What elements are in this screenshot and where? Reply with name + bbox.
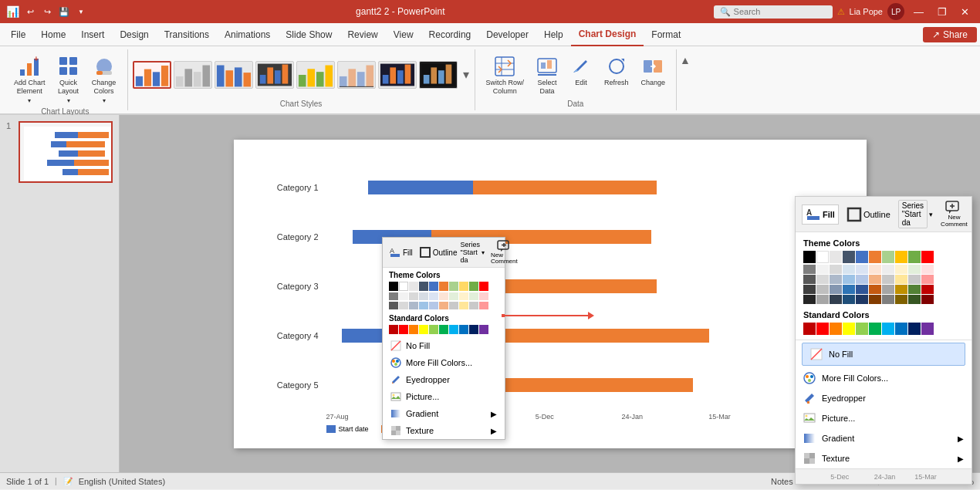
undo-button[interactable]: ↩: [24, 5, 36, 18]
tc-2[interactable]: [843, 251, 855, 263]
tab-help[interactable]: Help: [536, 23, 571, 46]
tab-recording[interactable]: Recording: [421, 23, 479, 46]
new-comment-panel-button[interactable]: NewComment: [941, 201, 968, 228]
tab-animations[interactable]: Animations: [217, 23, 278, 46]
tab-insert[interactable]: Insert: [73, 23, 112, 46]
restore-button[interactable]: ❐: [933, 5, 951, 19]
tc-black[interactable]: [803, 251, 816, 263]
switch-row-col-button[interactable]: Switch Row/Column: [482, 52, 529, 99]
svg-rect-44: [431, 67, 437, 83]
search-box[interactable]: 🔍: [714, 5, 833, 19]
tc-7[interactable]: [908, 251, 921, 263]
chart-style-6[interactable]: [337, 61, 376, 89]
mini-outline-tab[interactable]: Outline: [419, 246, 458, 259]
add-chart-element-button[interactable]: + Add ChartElement ▾: [9, 52, 50, 107]
ribbon-scroll-up[interactable]: ▲: [677, 52, 694, 68]
ribbon-scroll[interactable]: ▲: [677, 49, 694, 110]
mini-texture[interactable]: Texture ▶: [383, 422, 505, 439]
sc-2[interactable]: [816, 323, 829, 335]
svg-rect-0: [20, 69, 25, 76]
gradient-option[interactable]: Gradient ▶: [796, 428, 972, 448]
chart-style-7[interactable]: [378, 61, 417, 89]
mini-picture[interactable]: Picture...: [383, 388, 505, 405]
slide-canvas[interactable]: Category 1 Category 2: [234, 140, 867, 448]
tc-4[interactable]: [869, 251, 881, 263]
mini-color-white[interactable]: [399, 282, 408, 291]
customize-qat[interactable]: ▼: [75, 5, 87, 18]
chart-styles-scroll-down[interactable]: ▾: [460, 67, 470, 82]
mini-eyedropper[interactable]: Eyedropper: [383, 371, 505, 388]
fill-tab-active[interactable]: A Fill: [802, 204, 839, 225]
sc-7[interactable]: [882, 323, 894, 335]
share-button[interactable]: ↗ Share: [923, 27, 977, 42]
sc-6[interactable]: [869, 323, 881, 335]
chart-style-4[interactable]: [255, 61, 294, 89]
mini-color-black[interactable]: [389, 282, 398, 291]
tab-format[interactable]: Format: [644, 23, 688, 46]
mini-more-fill-colors[interactable]: More Fill Colors...: [383, 354, 505, 371]
edit-button[interactable]: Edit: [566, 52, 596, 90]
tc-8[interactable]: [921, 251, 934, 263]
tab-view[interactable]: View: [386, 23, 421, 46]
mini-gradient[interactable]: Gradient ▶: [383, 405, 505, 422]
tab-design[interactable]: Design: [112, 23, 156, 46]
save-button[interactable]: 💾: [58, 5, 70, 18]
redo-button[interactable]: ↪: [41, 5, 53, 18]
eyedropper-option[interactable]: Eyedropper: [796, 388, 972, 408]
more-fill-colors-option[interactable]: More Fill Colors...: [796, 368, 972, 388]
sc-3[interactable]: [830, 323, 842, 335]
chart-style-1[interactable]: [133, 61, 171, 89]
picture-option[interactable]: Picture...: [796, 408, 972, 428]
user-avatar[interactable]: LP: [887, 3, 904, 20]
mini-no-fill[interactable]: No Fill: [383, 337, 505, 354]
series-dropdown-panel[interactable]: Series "Start da ▾: [898, 200, 933, 228]
texture-option[interactable]: Texture ▶: [796, 448, 972, 468]
mini-new-comment[interactable]: NewComment: [491, 240, 518, 265]
tc-5[interactable]: [882, 251, 894, 263]
tc-6[interactable]: [895, 251, 907, 263]
close-button[interactable]: ✕: [956, 5, 974, 19]
change-colors-button[interactable]: ChangeColors ▾: [87, 52, 121, 107]
mini-color-2[interactable]: [419, 282, 428, 291]
search-input[interactable]: [734, 7, 826, 16]
no-fill-option[interactable]: No Fill: [802, 343, 965, 366]
tab-transitions[interactable]: Transitions: [157, 23, 217, 46]
tab-file[interactable]: File: [3, 23, 33, 46]
tc-white[interactable]: [816, 251, 829, 263]
mini-color-3[interactable]: [429, 282, 438, 291]
change-button[interactable]: Change: [637, 52, 671, 90]
outline-tab[interactable]: Outline: [843, 205, 894, 224]
notes-button[interactable]: Notes: [771, 477, 793, 486]
sc-1[interactable]: [803, 323, 816, 335]
mini-color-6[interactable]: [459, 282, 468, 291]
tab-chart-design[interactable]: Chart Design: [571, 23, 644, 46]
chart-style-5[interactable]: [296, 61, 335, 89]
tab-review[interactable]: Review: [340, 23, 385, 46]
mini-fill-tab[interactable]: A Fill: [389, 246, 413, 259]
sc-9[interactable]: [908, 323, 921, 335]
quick-layout-button[interactable]: QuickLayout ▾: [53, 52, 84, 107]
tab-slideshow[interactable]: Slide Show: [278, 23, 340, 46]
mini-color-8[interactable]: [479, 282, 488, 291]
sc-4[interactable]: [843, 323, 855, 335]
mini-series-selector[interactable]: Series "Start da ▾: [460, 241, 485, 264]
chart-style-8[interactable]: [419, 61, 458, 89]
mini-color-5[interactable]: [449, 282, 458, 291]
select-data-button[interactable]: SelectData: [532, 52, 563, 99]
mini-color-4[interactable]: [439, 282, 448, 291]
mini-color-7[interactable]: [469, 282, 478, 291]
tab-developer[interactable]: Developer: [478, 23, 536, 46]
tc-3[interactable]: [856, 251, 868, 263]
tc-1[interactable]: [830, 251, 842, 263]
tab-home[interactable]: Home: [33, 23, 73, 46]
mini-color-1[interactable]: [409, 282, 418, 291]
sc-8[interactable]: [895, 323, 907, 335]
chart-style-2[interactable]: [174, 61, 212, 89]
minimize-button[interactable]: —: [909, 5, 928, 19]
sc-10[interactable]: [921, 323, 934, 335]
chart-style-3[interactable]: [215, 61, 253, 89]
slide-thumbnail-1[interactable]: [19, 121, 113, 183]
refresh-button[interactable]: Refresh: [600, 52, 634, 90]
window-title: gantt2 2 - PowerPoint: [356, 6, 444, 17]
sc-5[interactable]: [856, 323, 868, 335]
